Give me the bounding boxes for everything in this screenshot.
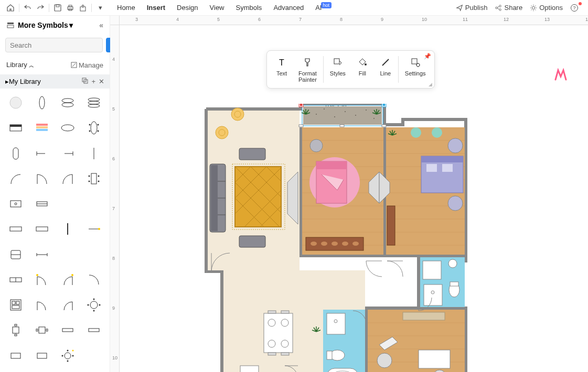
shape-blank[interactable]	[57, 194, 80, 214]
section-my-library[interactable]: ▸ My Library + ✕	[0, 74, 110, 89]
shape-table-rect[interactable]	[82, 169, 105, 189]
shape-circle[interactable]	[4, 93, 27, 113]
svg-point-97	[365, 63, 367, 65]
svg-rect-79	[13, 327, 19, 333]
svg-rect-84	[46, 329, 48, 331]
shape-rect-thin2[interactable]	[82, 320, 105, 340]
shape-line-v2[interactable]	[57, 219, 80, 239]
shape-bench-r[interactable]	[30, 219, 54, 239]
shape-rect-thin[interactable]	[57, 320, 80, 340]
svg-point-136	[355, 115, 356, 116]
shape-table-sq[interactable]	[4, 320, 27, 340]
shape-sofa[interactable]	[4, 245, 27, 265]
svg-point-173	[448, 138, 463, 153]
float-format-painter-button[interactable]: Format Painter	[293, 54, 322, 85]
shape-oval-flat[interactable]	[57, 118, 80, 138]
shape-door-sw-r2[interactable]	[57, 295, 80, 315]
shape-pillow-oval[interactable]	[57, 93, 80, 113]
svg-point-33	[89, 130, 91, 132]
float-text-button[interactable]: T Text	[270, 54, 293, 85]
shape-pill[interactable]	[4, 144, 27, 163]
undo-icon[interactable]	[22, 2, 34, 14]
svg-point-89	[65, 353, 71, 359]
shape-door-l[interactable]	[30, 169, 54, 189]
shape-table-oval[interactable]	[82, 118, 105, 138]
tab-symbols[interactable]: Symbols	[236, 4, 262, 12]
home-icon[interactable]	[4, 2, 17, 14]
ruler-vertical: 45678910	[110, 25, 120, 372]
floorplan[interactable]	[204, 104, 471, 372]
svg-rect-27	[36, 126, 48, 128]
top-toolbar: ▾ Home Insert Design View Symbols Advanc…	[0, 0, 588, 16]
print-icon[interactable]	[64, 2, 77, 14]
publish-button[interactable]: Publish	[456, 4, 488, 12]
shape-door-sw-l[interactable]	[30, 270, 54, 290]
svg-rect-130	[303, 106, 382, 125]
shape-rect2[interactable]	[30, 346, 54, 366]
svg-rect-69	[12, 301, 15, 304]
shape-rect[interactable]	[4, 346, 27, 366]
search-input[interactable]	[5, 38, 103, 52]
manage-button[interactable]: Manage	[71, 61, 103, 69]
shape-line-stub-r[interactable]	[57, 144, 80, 163]
more-icon[interactable]: ▾	[94, 2, 106, 14]
svg-point-45	[98, 175, 100, 177]
lib-duplicate-icon[interactable]	[82, 78, 88, 85]
shape-sink[interactable]	[4, 194, 27, 214]
shape-line-stub-l[interactable]	[30, 144, 54, 163]
shape-blank[interactable]	[57, 245, 80, 265]
shape-pillow-tall[interactable]	[30, 93, 54, 113]
redo-icon[interactable]	[34, 2, 47, 14]
shape-line-vert[interactable]	[82, 144, 105, 163]
shape-bed-single[interactable]	[4, 118, 27, 138]
shape-door-sw-l2[interactable]	[30, 295, 54, 315]
save-icon[interactable]	[51, 2, 64, 14]
shape-arc-corner[interactable]	[82, 270, 105, 290]
svg-rect-87	[11, 353, 20, 358]
pin-icon[interactable]: 📌	[424, 53, 431, 60]
tab-insert[interactable]: Insert	[147, 4, 165, 12]
shape-table-round2[interactable]	[57, 346, 80, 366]
tab-design[interactable]: Design	[177, 4, 198, 12]
lib-add-icon[interactable]: +	[91, 78, 95, 85]
shape-pillow-stack[interactable]	[82, 93, 105, 113]
shape-bench-l[interactable]	[4, 219, 27, 239]
canvas[interactable]: 📌 T Text Format Painter Styles Fill Line	[120, 25, 588, 372]
shape-blank[interactable]	[82, 346, 105, 366]
library-label[interactable]: Library ︽	[6, 61, 34, 69]
shape-blank[interactable]	[82, 194, 105, 214]
shape-rainbow[interactable]	[30, 118, 54, 138]
shape-door-r[interactable]	[57, 169, 80, 189]
tab-advanced[interactable]: Advanced	[273, 4, 304, 12]
svg-point-166	[321, 242, 327, 246]
shape-kitchen-block[interactable]	[4, 295, 27, 315]
svg-point-65	[36, 274, 38, 276]
tab-ai[interactable]: AIhot	[315, 4, 333, 12]
collapse-panel-icon[interactable]: «	[99, 21, 103, 29]
tab-home[interactable]: Home	[117, 4, 135, 12]
float-styles-button[interactable]: Styles	[325, 54, 351, 85]
shape-arc-l[interactable]	[4, 169, 27, 189]
shape-door-sw-r[interactable]	[57, 270, 80, 290]
svg-rect-88	[37, 353, 47, 358]
float-line-button[interactable]: Line	[374, 54, 397, 85]
svg-point-78	[99, 304, 101, 306]
export-icon[interactable]	[77, 2, 89, 14]
shape-panel[interactable]	[4, 270, 27, 290]
lib-close-icon[interactable]: ✕	[99, 78, 104, 85]
help-icon[interactable]: ?	[570, 4, 584, 12]
canvas-area: 34567891011121314 45678910 📌 T Text Form…	[110, 16, 588, 372]
shape-blank[interactable]	[82, 245, 105, 265]
shape-line-h-handle[interactable]	[82, 219, 105, 239]
svg-point-76	[93, 310, 95, 312]
float-fill-button[interactable]: Fill	[351, 54, 374, 85]
resize-handle-icon[interactable]: ◢	[429, 82, 432, 87]
options-button[interactable]: Options	[530, 4, 563, 12]
shape-table-sq2[interactable]	[30, 320, 54, 340]
tab-view[interactable]: View	[210, 4, 224, 12]
shape-window[interactable]	[30, 194, 54, 214]
shape-ruler-seg[interactable]	[30, 245, 54, 265]
logo-watermark	[554, 68, 567, 81]
shape-table-round[interactable]	[82, 295, 105, 315]
share-button[interactable]: Share	[495, 4, 522, 12]
